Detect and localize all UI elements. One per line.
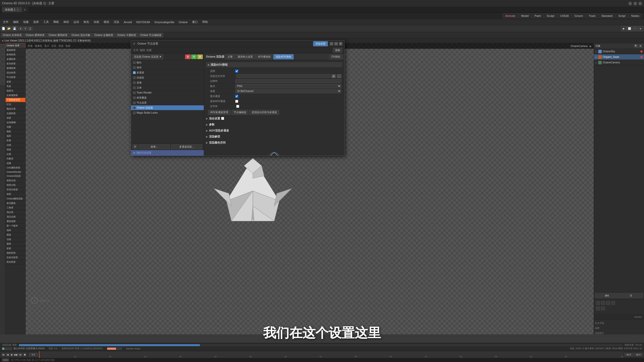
drh-tab-main[interactable]: 主要 (225, 54, 235, 59)
menu-tools[interactable]: 工具 (41, 20, 51, 24)
rli-chk-multipass[interactable] (133, 71, 136, 74)
material-item-edge[interactable]: 边缘 (6, 161, 25, 166)
material-item-hair[interactable]: 毛发 (6, 84, 25, 89)
vp-display-btn[interactable]: 显示 (44, 44, 49, 48)
material-item-subsurface[interactable]: 子面散射材质 (6, 98, 25, 102)
maximize-button[interactable] (633, 2, 637, 5)
octane-btn-node[interactable]: Octane 节点编辑器 (138, 33, 163, 37)
rp-layer-btn[interactable]: 层 (619, 293, 643, 298)
dialog-maximize-btn[interactable]: □ (334, 42, 338, 46)
dialog-minimize-btn[interactable]: ─ (330, 42, 333, 46)
nav-tab-paint[interactable]: Paint (532, 13, 544, 18)
obj-camera[interactable]: ▷ OctaneCamera (594, 60, 644, 65)
dialog-close-btn[interactable]: ✕ (339, 42, 342, 46)
dlg-new-btn-red[interactable]: 新 (185, 55, 191, 59)
material-item-lightmap[interactable]: 光图 (6, 125, 25, 129)
dlg-new-btn-yellow[interactable]: 黄 (197, 55, 203, 59)
menu-file[interactable]: 文件 (1, 20, 11, 24)
tab-add-button[interactable]: + (22, 7, 28, 12)
material-item-selfemit[interactable]: 自发光材质 (6, 255, 25, 260)
rli-chk-matoverride[interactable] (133, 97, 136, 99)
app-tab-1[interactable]: 未标题 1 ✕ (2, 7, 22, 12)
vp-render-btn[interactable]: 渲染 (51, 44, 56, 48)
nav-tab-standard[interactable]: Standard (598, 13, 615, 18)
material-item-triangle[interactable]: 三角形 (6, 206, 25, 210)
menu-insydium[interactable]: INSYDIUM (134, 20, 152, 24)
dlg-search-btn[interactable]: 搜索 (333, 48, 342, 53)
dlg-new-btn-green[interactable]: 绿 (191, 55, 197, 59)
sys-logo[interactable]: C4D (2, 358, 9, 361)
material-item-normal[interactable]: 法线 (6, 143, 25, 148)
tl-play-btn[interactable]: ▶ (10, 353, 14, 356)
rp-settings-btn[interactable]: ⚙ (638, 44, 642, 48)
material-item-scene[interactable]: 场景 (6, 134, 25, 139)
dialog-settings-tab[interactable]: 渲染设置 (313, 41, 328, 46)
material-item-emitcolor[interactable]: 发光颜色 (6, 201, 25, 206)
rli-multipass[interactable]: 多通道 (131, 70, 204, 75)
octane-btn-glossy[interactable]: Octane 光泽材质 (1, 33, 23, 37)
material-item-colormix[interactable]: Octane颜色混染 (6, 197, 25, 201)
octane-btn-universal[interactable]: Octane 通用材质 (24, 33, 46, 37)
tool-knife[interactable] (1, 80, 5, 85)
rp-search-btn[interactable]: 🔍 (634, 44, 638, 48)
nav-tab-uvedit[interactable]: UVEdit (557, 13, 571, 18)
section-mix[interactable]: ▶ 混合设置 (206, 116, 342, 121)
material-item-channel[interactable]: 通道选择 (6, 219, 25, 224)
menu-mesh[interactable]: 网格 (51, 20, 61, 24)
tl-record-btn[interactable]: ⏺ (23, 353, 26, 356)
dlg-menu-item-2[interactable]: 编辑 (140, 48, 145, 52)
material-item-skin[interactable]: 皮肤 (6, 80, 25, 84)
rli-matoverride[interactable]: 材质覆盖 (131, 95, 204, 100)
frame-input[interactable] (29, 353, 38, 356)
dialog-title-bar[interactable]: ⚙ Octane 节点设置 渲染设置 ─ □ ✕ (131, 40, 344, 47)
octane-btn-toon[interactable]: Octane 卡通材质 (115, 33, 138, 37)
mode-btn-y[interactable]: Y (23, 27, 27, 30)
tool-rotate[interactable] (1, 54, 5, 59)
rli-save[interactable]: 保存 (131, 65, 204, 70)
menu-simulate[interactable]: 模拟 (102, 20, 111, 24)
material-item-octanerender[interactable]: OctaneRender (6, 170, 25, 174)
menu-edit[interactable]: 编辑 (11, 20, 21, 24)
rli-nodeset[interactable]: 节点设置 (131, 100, 204, 105)
material-item-first[interactable]: 第一个版本 (6, 224, 25, 228)
tl-prev-btn[interactable]: ◀ (6, 353, 9, 356)
material-item-gradient2[interactable]: 渐变分组 (6, 183, 25, 188)
mode-btn-z[interactable]: Z (28, 27, 32, 30)
prop-input-separator[interactable] (235, 79, 341, 83)
menu-character[interactable]: 角色 (82, 20, 91, 24)
prop-chk-saveaov[interactable] (235, 100, 238, 103)
octane-btn-universal2[interactable]: Octane 通用材质 (47, 33, 69, 37)
octane-btn-mix[interactable]: Octane 混合对象 (70, 33, 92, 37)
prop-chk-enabled[interactable] (235, 70, 238, 73)
material-item-objlayer[interactable]: 对象层 (6, 157, 25, 161)
tool-move[interactable] (1, 49, 5, 54)
total-frame-input[interactable] (634, 353, 643, 356)
vp-panel-btn[interactable]: 面板 (65, 44, 70, 48)
render-icon-1[interactable]: ▶ (621, 26, 626, 31)
material-item-mix[interactable]: 混合材质 (6, 71, 25, 75)
material-item-scenelight[interactable]: 场景光 (6, 89, 25, 93)
nav-tab-model[interactable]: Model (518, 13, 532, 18)
minimize-button[interactable] (628, 2, 632, 5)
rli-chk-octane[interactable] (133, 107, 136, 109)
tab-close-icon[interactable]: ✕ (17, 8, 19, 11)
new-file-icon[interactable]: 📄 (1, 26, 6, 31)
dlg-effects-btn[interactable]: 效果... (139, 144, 170, 149)
material-item-normal2[interactable]: 法线 (6, 237, 25, 242)
rli-teamrender[interactable]: Team Render (131, 90, 204, 95)
obj-octanesky[interactable]: ▷ OctaneSky (594, 49, 644, 54)
menu-motion[interactable]: 运动 (71, 20, 81, 24)
vp-expand-btn[interactable]: ▶ (590, 45, 592, 48)
section-rendernode[interactable]: ▶ 渲染解层 (206, 134, 342, 139)
rp-btn-6[interactable] (601, 306, 605, 310)
dlg-renderer-selector[interactable]: 渲染器 Octane 渲染器 ▼ (132, 54, 163, 59)
tool-pen[interactable] (1, 70, 5, 75)
render-icon-4[interactable]: ◈ (638, 26, 643, 31)
drh-tab-aov-group[interactable]: 混染AOV群组 (273, 54, 293, 59)
material-item-camera[interactable]: 相机 (6, 129, 25, 134)
material-item-tangent[interactable]: 切线 (6, 148, 25, 152)
material-item-emissive[interactable]: 发光材质 (6, 62, 25, 66)
vp-options-btn[interactable]: 选项 (58, 44, 63, 48)
menu-help[interactable]: 帮助 (200, 20, 210, 24)
nav-tab-track[interactable]: Track (586, 13, 598, 18)
